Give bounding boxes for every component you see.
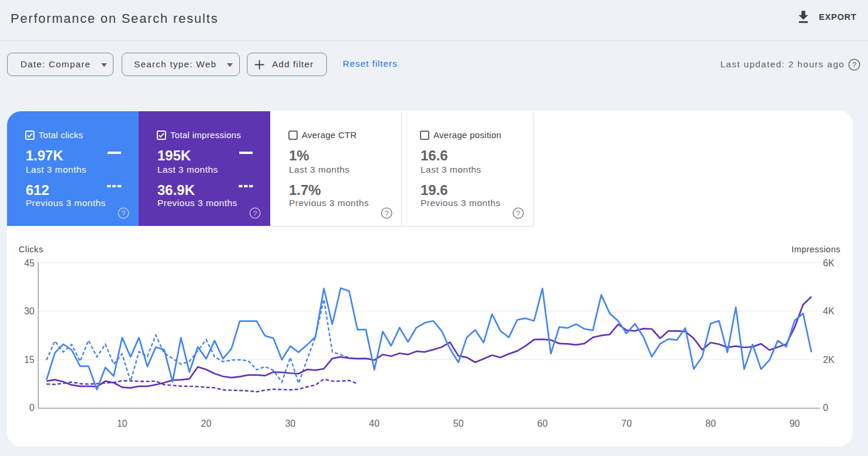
svg-text:50: 50 xyxy=(453,419,464,428)
svg-text:30: 30 xyxy=(285,419,295,428)
svg-text:30: 30 xyxy=(24,306,35,316)
svg-text:40: 40 xyxy=(369,419,380,428)
svg-text:0: 0 xyxy=(29,403,35,413)
svg-text:2K: 2K xyxy=(823,355,835,365)
svg-text:20: 20 xyxy=(201,419,212,428)
svg-text:15: 15 xyxy=(24,355,35,365)
svg-text:Clicks: Clicks xyxy=(19,245,43,254)
svg-text:4K: 4K xyxy=(823,306,835,316)
svg-text:70: 70 xyxy=(621,419,632,428)
svg-text:6K: 6K xyxy=(823,258,835,268)
svg-text:80: 80 xyxy=(705,419,716,428)
svg-text:90: 90 xyxy=(790,419,800,428)
svg-text:45: 45 xyxy=(24,258,35,268)
svg-text:0: 0 xyxy=(823,403,828,413)
svg-text:60: 60 xyxy=(538,419,548,428)
svg-text:10: 10 xyxy=(117,419,128,428)
svg-text:Impressions: Impressions xyxy=(791,245,841,254)
